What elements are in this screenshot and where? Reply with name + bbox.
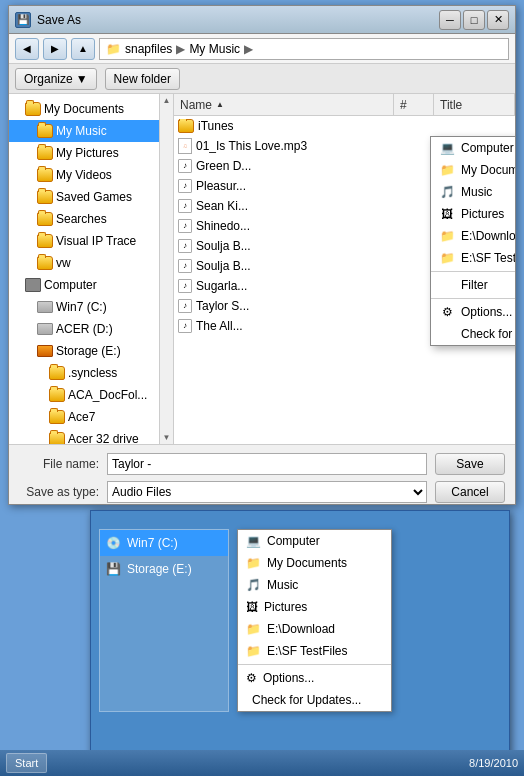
tree-item-aca-docfol[interactable]: ACA_DocFol... <box>9 384 173 406</box>
menu-item-check-updates[interactable]: Check for Updates... <box>431 323 515 345</box>
second-menu-item-computer[interactable]: 💻 Computer <box>238 530 391 552</box>
breadcrumb-part1[interactable]: snapfiles <box>125 42 172 56</box>
tree-item-computer[interactable]: Computer <box>9 274 173 296</box>
filetype-label: Save as type: <box>19 485 99 499</box>
music-icon: ♪ <box>178 179 192 193</box>
music-icon: ♪ <box>178 259 192 273</box>
second-menu-item-music[interactable]: 🎵 Music <box>238 574 391 596</box>
address-bar: ◀ ▶ ▲ 📁 snapfiles ▶ My Music ▶ <box>9 34 515 64</box>
second-menu-item-options[interactable]: ⚙ Options... <box>238 667 391 689</box>
second-menu-separator <box>238 664 391 665</box>
tree-item-win7c[interactable]: Win7 (C:) <box>9 296 173 318</box>
folder-icon <box>37 124 53 138</box>
second-menu-item-pictures[interactable]: 🖼 Pictures <box>238 596 391 618</box>
scroll-down-arrow[interactable]: ▼ <box>161 431 173 444</box>
dialog-title: Save As <box>37 13 439 27</box>
menu-item-pictures[interactable]: 🖼 Pictures <box>431 203 515 225</box>
music-icon: ♪ <box>178 279 192 293</box>
new-folder-button[interactable]: New folder <box>105 68 180 90</box>
cancel-button[interactable]: Cancel <box>435 481 505 503</box>
folder-menu-icon: 📁 <box>439 162 455 178</box>
breadcrumb-sep2: ▶ <box>244 42 253 56</box>
drive-icon-win7: 💿 <box>106 536 121 550</box>
file-list-header: Name ▲ # Title <box>174 94 515 116</box>
pictures-menu-icon: 🖼 <box>439 206 455 222</box>
forward-button[interactable]: ▶ <box>43 38 67 60</box>
music-menu-icon: 🎵 <box>439 184 455 200</box>
filename-input[interactable] <box>107 453 427 475</box>
tree-item-searches[interactable]: Searches <box>9 208 173 230</box>
breadcrumb-part2[interactable]: My Music <box>189 42 240 56</box>
music-icon: ♪ <box>178 159 192 173</box>
breadcrumb-icon: 📁 <box>106 42 121 56</box>
mp3-icon: ♫ <box>178 138 192 154</box>
menu-item-music[interactable]: 🎵 Music <box>431 181 515 203</box>
col-header-name[interactable]: Name ▲ <box>174 94 394 115</box>
options-icon-small: ⚙ <box>246 671 257 685</box>
second-menu-item-my-documents[interactable]: 📁 My Documents <box>238 552 391 574</box>
file-item-itunes[interactable]: iTunes <box>174 116 515 136</box>
folder-icon <box>37 212 53 226</box>
taskbar-time: 8/19/2010 <box>469 757 518 769</box>
tree-item-saved-games[interactable]: Saved Games <box>9 186 173 208</box>
close-button[interactable]: ✕ <box>487 10 509 30</box>
scroll-up-arrow[interactable]: ▲ <box>161 94 173 107</box>
tree-item-my-pictures[interactable]: My Pictures <box>9 142 173 164</box>
menu-item-filter[interactable]: Filter <box>431 274 515 296</box>
tree-item-visual-ip-trace[interactable]: Visual IP Trace <box>9 230 173 252</box>
col-header-hash[interactable]: # <box>394 94 434 115</box>
menu-item-my-documents[interactable]: 📁 My Documents <box>431 159 515 181</box>
second-window: 💿 Win7 (C:) 💾 Storage (E:) 💻 Computer 📁 … <box>90 510 510 770</box>
folder-icon-small: 📁 <box>246 556 261 570</box>
second-list-item-win7[interactable]: 💿 Win7 (C:) <box>100 530 228 556</box>
menu-separator2 <box>431 298 515 299</box>
col-header-title[interactable]: Title <box>434 94 515 115</box>
tree-item-storagee[interactable]: Storage (E:) <box>9 340 173 362</box>
tree-item-my-music[interactable]: My Music <box>9 120 173 142</box>
drive-icon <box>37 301 53 313</box>
menu-item-options[interactable]: ⚙ Options... <box>431 301 515 323</box>
music-icon: ♪ <box>178 239 192 253</box>
menu-item-computer[interactable]: 💻 Computer <box>431 137 515 159</box>
folder-icon <box>37 168 53 182</box>
organize-button[interactable]: Organize ▼ <box>15 68 97 90</box>
pictures-icon-small: 🖼 <box>246 600 258 614</box>
second-menu-item-edownload[interactable]: 📁 E:\Download <box>238 618 391 640</box>
save-button[interactable]: Save <box>435 453 505 475</box>
tree-item-acer32[interactable]: Acer 32 drive <box>9 428 173 444</box>
breadcrumb-sep: ▶ <box>176 42 185 56</box>
options-menu-icon: ⚙ <box>439 304 455 320</box>
computer-icon <box>25 278 41 292</box>
tree-item-my-videos[interactable]: My Videos <box>9 164 173 186</box>
filename-row: File name: Save <box>19 453 505 475</box>
music-icon: ♪ <box>178 319 192 333</box>
maximize-button[interactable]: □ <box>463 10 485 30</box>
folder-menu-icon3: 📁 <box>439 250 455 266</box>
filetype-select[interactable]: Audio Files <box>107 481 427 503</box>
folder-icon <box>49 366 65 380</box>
menu-item-edownload[interactable]: 📁 E:\Download <box>431 225 515 247</box>
taskbar: Start 8/19/2010 <box>0 750 524 776</box>
tree-item-syncless[interactable]: .syncless <box>9 362 173 384</box>
tree-item-vw[interactable]: vw <box>9 252 173 274</box>
context-menu: 💻 Computer 📁 My Documents 🎵 Music 🖼 Pict… <box>430 136 515 346</box>
filter-menu-icon <box>439 277 455 293</box>
menu-item-esftestfiles[interactable]: 📁 E:\SF TestFiles <box>431 247 515 269</box>
second-list-item-storage[interactable]: 💾 Storage (E:) <box>100 556 228 582</box>
minimize-button[interactable]: ─ <box>439 10 461 30</box>
second-menu-container: 💿 Win7 (C:) 💾 Storage (E:) 💻 Computer 📁 … <box>99 529 501 712</box>
tree-item-my-documents[interactable]: My Documents <box>9 98 173 120</box>
second-menu-item-check-updates[interactable]: Check for Updates... <box>238 689 391 711</box>
music-icon: ♪ <box>178 219 192 233</box>
up-button[interactable]: ▲ <box>71 38 95 60</box>
bottom-area: File name: Save Save as type: Audio File… <box>9 444 515 504</box>
scroll-bar[interactable]: ▲ ▼ <box>159 94 173 444</box>
taskbar-item-start[interactable]: Start <box>6 753 47 773</box>
tree-item-acerd[interactable]: ACER (D:) <box>9 318 173 340</box>
second-menu-item-esftestfiles[interactable]: 📁 E:\SF TestFiles <box>238 640 391 662</box>
folder-icon <box>37 190 53 204</box>
back-button[interactable]: ◀ <box>15 38 39 60</box>
dialog-icon: 💾 <box>15 12 31 28</box>
tree-item-ace7[interactable]: Ace7 <box>9 406 173 428</box>
breadcrumb[interactable]: 📁 snapfiles ▶ My Music ▶ <box>99 38 509 60</box>
